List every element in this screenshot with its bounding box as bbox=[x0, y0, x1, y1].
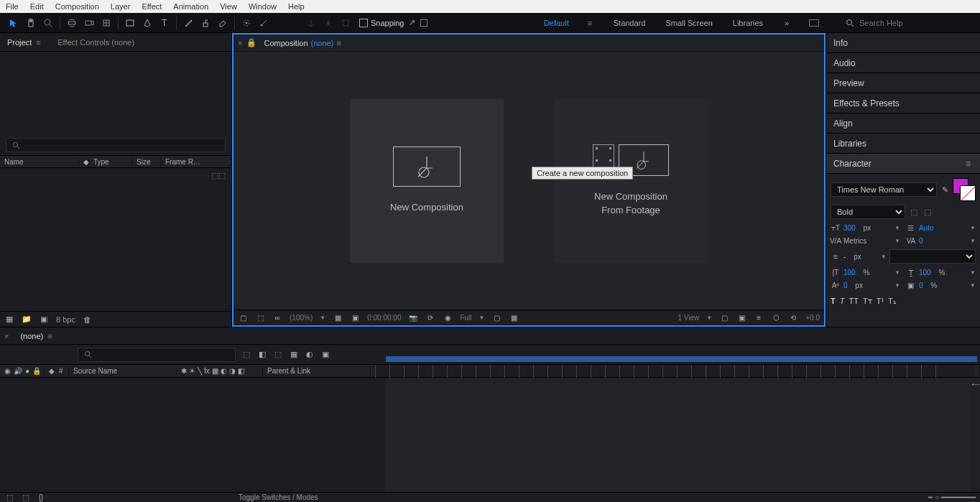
col-size[interactable]: Size bbox=[132, 158, 161, 166]
new-folder-icon[interactable]: 📁 bbox=[22, 315, 32, 325]
delete-icon[interactable]: 🗑 bbox=[83, 315, 93, 325]
transparency-icon[interactable]: ▦ bbox=[509, 313, 519, 323]
workspace-default-menu-icon[interactable] bbox=[588, 19, 595, 27]
zoom-tool-icon[interactable] bbox=[40, 15, 56, 31]
character-menu-icon[interactable] bbox=[966, 159, 973, 169]
expand-pane-icon[interactable]: ⬚ bbox=[4, 493, 14, 503]
toggle-pane-icon[interactable]: ⬚ bbox=[20, 493, 30, 503]
new-composition-from-footage-card[interactable]: New CompositionFrom Footage bbox=[554, 99, 708, 263]
font-size-field[interactable]: ᴛT300 px▼ bbox=[831, 223, 900, 233]
comp-mini-flowchart-icon[interactable]: ⬚ bbox=[241, 350, 251, 360]
faux-bold-icon[interactable]: T bbox=[831, 297, 836, 306]
project-tab[interactable]: Project bbox=[0, 33, 50, 51]
brackets-icon[interactable]: {} bbox=[36, 493, 46, 503]
bpc-toggle[interactable]: 8 bpc bbox=[56, 315, 75, 324]
parent-col[interactable]: Parent & Link bbox=[263, 367, 371, 375]
tracking-field[interactable]: VA0▼ bbox=[906, 236, 976, 246]
search-help[interactable] bbox=[845, 18, 974, 28]
close-tab-icon[interactable]: × bbox=[234, 39, 246, 47]
pan-behind-tool-icon[interactable] bbox=[98, 15, 114, 31]
video-col-icon[interactable]: ◉ bbox=[4, 367, 11, 375]
fx-switch-icon[interactable]: fx bbox=[204, 367, 210, 375]
exposure-value[interactable]: +0.0 bbox=[805, 314, 820, 322]
workspace-libraries[interactable]: Libraries bbox=[731, 19, 764, 27]
menu-effect[interactable]: Effect bbox=[142, 2, 162, 11]
workspace-small-screen[interactable]: Small Screen bbox=[664, 19, 713, 27]
project-tab-menu-icon[interactable] bbox=[36, 38, 43, 47]
superscript-icon[interactable]: T¹ bbox=[877, 297, 884, 306]
frame-blend-icon[interactable]: ▦ bbox=[289, 350, 299, 360]
view-axis-icon[interactable] bbox=[338, 15, 353, 31]
rectangle-tool-icon[interactable] bbox=[122, 15, 138, 31]
timeline-tab[interactable]: (none) bbox=[13, 327, 62, 344]
all-caps-icon[interactable]: TT bbox=[849, 297, 858, 306]
color-swatches[interactable] bbox=[953, 178, 976, 201]
hand-tool-icon[interactable] bbox=[23, 15, 39, 31]
zoom-slider[interactable]: ━ ○ ━━━━━━━━ bbox=[928, 493, 976, 501]
shy-switch-icon[interactable]: ✱ bbox=[181, 367, 187, 375]
fast-preview-icon[interactable]: ▣ bbox=[736, 313, 746, 323]
time-navigator[interactable] bbox=[386, 356, 977, 362]
channel-icon[interactable]: ◉ bbox=[443, 313, 453, 323]
motion-blur-icon[interactable]: ◐ bbox=[305, 350, 315, 360]
timeline-search[interactable] bbox=[78, 348, 236, 362]
interpret-footage-icon[interactable]: ▦ bbox=[4, 315, 14, 325]
tsume-field[interactable]: ▣0 %▼ bbox=[906, 280, 976, 290]
workspace-standard[interactable]: Standard bbox=[612, 19, 647, 27]
roi-icon[interactable]: ▢ bbox=[491, 313, 501, 323]
font-family-dropdown[interactable]: Times New Roman bbox=[831, 182, 937, 197]
eyedropper-icon[interactable]: ✎ bbox=[940, 185, 950, 195]
panel-audio[interactable]: Audio bbox=[826, 53, 980, 73]
lock-icon[interactable]: 🔒 bbox=[246, 38, 256, 48]
stroke-options-icon[interactable]: ≡ bbox=[831, 251, 841, 261]
menu-view[interactable]: View bbox=[220, 2, 237, 11]
brush-tool-icon[interactable] bbox=[180, 15, 196, 31]
mask-icon[interactable]: ∞ bbox=[272, 313, 282, 323]
grid-icon[interactable]: ▦ bbox=[333, 313, 343, 323]
shy-icon[interactable]: ⬚ bbox=[273, 350, 283, 360]
adjustment-switch-icon[interactable]: ◑ bbox=[229, 367, 236, 375]
guides-icon[interactable]: ▣ bbox=[350, 313, 360, 323]
views-dropdown[interactable]: 1 View bbox=[678, 314, 699, 322]
snapshot-icon[interactable]: 📷 bbox=[408, 313, 418, 323]
subscript-icon[interactable]: T₁ bbox=[888, 297, 896, 306]
effect-controls-tab[interactable]: Effect Controls (none) bbox=[50, 33, 142, 51]
resolution-dropdown[interactable]: Full bbox=[460, 314, 471, 322]
show-snapshot-icon[interactable]: ⟳ bbox=[425, 313, 435, 323]
orbit-tool-icon[interactable] bbox=[64, 15, 80, 31]
faux-italic-icon[interactable]: T bbox=[840, 297, 845, 306]
close-tab-icon[interactable]: × bbox=[0, 332, 13, 340]
timeline-tab-menu-icon[interactable] bbox=[47, 332, 55, 340]
workspace-reset-icon[interactable] bbox=[809, 19, 819, 27]
flowchart-icon[interactable]: ⬡ bbox=[771, 313, 781, 323]
current-time[interactable]: 0:00:00:00 bbox=[367, 314, 401, 322]
panel-info[interactable]: Info bbox=[826, 33, 980, 53]
project-search[interactable] bbox=[6, 138, 226, 152]
menu-file[interactable]: File bbox=[6, 2, 19, 11]
col-label-icon[interactable]: ◆ bbox=[79, 158, 89, 166]
leading-field[interactable]: ☰Auto▼ bbox=[906, 223, 976, 233]
composition-tab-menu-icon[interactable] bbox=[336, 39, 343, 47]
snap-bounds-icon[interactable] bbox=[420, 19, 427, 27]
zoom-value[interactable]: (100%) bbox=[290, 314, 313, 322]
quality-switch-icon[interactable]: ╲ bbox=[198, 367, 202, 375]
type-tool-icon[interactable]: T bbox=[157, 15, 172, 31]
label-col-icon[interactable]: ◆ bbox=[45, 367, 55, 375]
magnify-icon[interactable]: ⬚ bbox=[255, 313, 265, 323]
always-preview-icon[interactable]: ▢ bbox=[238, 313, 248, 323]
small-caps-icon[interactable]: Tᴛ bbox=[863, 297, 872, 306]
col-name[interactable]: Name bbox=[0, 158, 79, 166]
font-style-dropdown[interactable]: Bold bbox=[831, 205, 905, 219]
search-help-input[interactable] bbox=[859, 19, 960, 27]
lock-col-icon[interactable]: 🔒 bbox=[32, 367, 41, 375]
panel-effects-presets[interactable]: Effects & Presets bbox=[826, 93, 980, 113]
timeline-tracks-area[interactable] bbox=[386, 378, 970, 492]
roto-brush-tool-icon[interactable] bbox=[239, 15, 254, 31]
horizontal-scale-field[interactable]: Ṯ100 %▼ bbox=[906, 267, 976, 277]
panel-align[interactable]: Align bbox=[826, 113, 980, 134]
panel-preview[interactable]: Preview bbox=[826, 73, 980, 93]
panel-libraries[interactable]: Libraries bbox=[826, 134, 980, 154]
solo-col-icon[interactable]: ● bbox=[25, 367, 29, 375]
source-name-col[interactable]: Source Name bbox=[69, 367, 177, 375]
3d-switch-icon[interactable]: ◧ bbox=[238, 367, 244, 375]
